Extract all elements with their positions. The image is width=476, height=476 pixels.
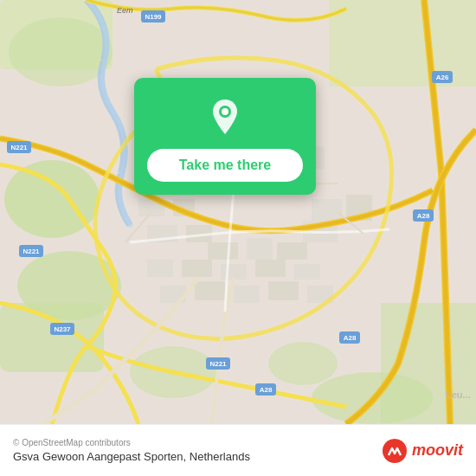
- footer-info: © OpenStreetMap contributors Gsva Gewoon…: [13, 438, 250, 463]
- svg-rect-41: [195, 281, 225, 300]
- svg-text:Leu...: Leu...: [446, 389, 471, 400]
- svg-text:N237: N237: [54, 325, 71, 333]
- svg-rect-38: [255, 260, 286, 277]
- location-card: Take me there: [134, 78, 316, 195]
- svg-rect-27: [312, 199, 342, 221]
- svg-rect-32: [208, 242, 238, 260]
- svg-point-72: [383, 439, 407, 463]
- svg-text:A28: A28: [344, 334, 357, 342]
- svg-rect-34: [277, 242, 307, 260]
- svg-rect-33: [247, 238, 273, 260]
- svg-rect-43: [268, 281, 299, 300]
- copyright-text: © OpenStreetMap contributors: [13, 438, 250, 447]
- svg-point-6: [268, 342, 338, 385]
- map-svg: N199 A26 N221 N221 A28 A28 A28 N221 N237…: [0, 0, 476, 424]
- svg-text:N199: N199: [145, 13, 162, 21]
- map-container: N199 A26 N221 N221 A28 A28 A28 N221 N237…: [0, 0, 476, 424]
- svg-point-71: [222, 108, 228, 115]
- svg-text:A28: A28: [417, 212, 430, 220]
- moovit-brand-text: moovit: [412, 441, 463, 460]
- svg-rect-35: [147, 260, 173, 277]
- svg-rect-9: [329, 0, 476, 87]
- svg-text:N221: N221: [209, 360, 227, 368]
- moovit-logo: moovit: [382, 438, 463, 464]
- location-name: Gsva Gewoon Aangepast Sporten, Netherlan…: [13, 450, 250, 463]
- svg-rect-3: [0, 303, 104, 372]
- svg-text:Eem: Eem: [117, 6, 133, 15]
- take-me-there-button[interactable]: Take me there: [147, 149, 303, 182]
- svg-text:A26: A26: [436, 74, 449, 81]
- moovit-icon: [382, 438, 408, 464]
- svg-point-8: [9, 17, 113, 87]
- footer: © OpenStreetMap contributors Gsva Gewoon…: [0, 424, 476, 476]
- location-pin-icon: [203, 95, 247, 138]
- svg-rect-39: [294, 264, 320, 280]
- svg-text:N221: N221: [10, 144, 28, 151]
- svg-rect-36: [182, 260, 212, 277]
- svg-rect-42: [234, 286, 260, 303]
- svg-text:A28: A28: [260, 386, 273, 394]
- svg-text:N221: N221: [23, 248, 40, 255]
